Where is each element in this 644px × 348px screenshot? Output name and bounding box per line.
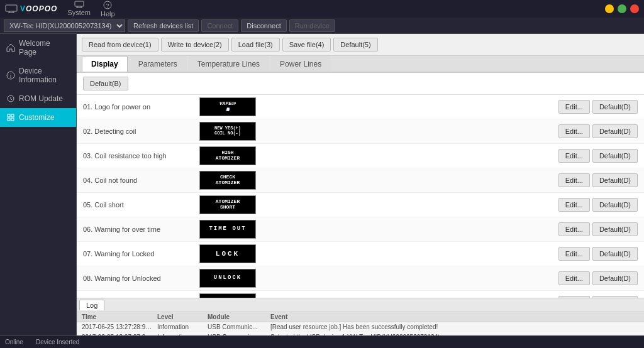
- default-d-button[interactable]: Default(D): [592, 198, 638, 212]
- load-file-button[interactable]: Load file(3): [231, 38, 280, 52]
- edit-button[interactable]: Edit...: [558, 271, 590, 285]
- main-layout: Welcome Page i Device Information ROM Up…: [0, 34, 644, 348]
- status-device: Device Inserted: [36, 339, 79, 345]
- titlebar: VOOPOO System ? Help: [0, 0, 644, 18]
- preview-image: TIME OUT: [199, 220, 256, 239]
- preview-image: HIGHATOMIZER: [199, 146, 256, 165]
- preview-image: OFF: [199, 293, 256, 298]
- titlebar-controls: [605, 4, 639, 13]
- close-button[interactable]: [630, 4, 639, 13]
- maximize-button[interactable]: [618, 4, 626, 13]
- read-from-device-button[interactable]: Read from device(1): [82, 38, 158, 52]
- content-area: Read from device(1) Write to device(2) L…: [77, 34, 644, 348]
- preview-image: NEW YES(+)COIL NO(-): [199, 122, 256, 141]
- default-button[interactable]: Default(5): [333, 38, 377, 52]
- info-icon: i: [6, 71, 15, 80]
- sidebar-item-rom-update[interactable]: ROM Update: [0, 89, 76, 108]
- minimize-button[interactable]: [605, 4, 614, 13]
- refresh-button[interactable]: Refresh devices list: [128, 19, 199, 32]
- edit-button[interactable]: Edit...: [558, 198, 590, 212]
- preview-image: VAPEUP📄: [199, 97, 256, 116]
- row-buttons: Edit... Default(D): [558, 296, 638, 298]
- tab-content: Default(B) 01. Logo for power on VAPEUP📄…: [77, 73, 644, 348]
- row-buttons: Edit... Default(D): [558, 173, 638, 187]
- svg-rect-14: [11, 114, 14, 117]
- row-buttons: Edit... Default(D): [558, 222, 638, 236]
- statusbar: Online Device Inserted: [0, 335, 644, 348]
- log-col-time: Time: [79, 313, 155, 321]
- preview-image: UNLOCK: [199, 269, 256, 288]
- svg-rect-15: [8, 118, 10, 121]
- display-table: 01. Logo for power on VAPEUP📄 Edit... De…: [77, 95, 644, 298]
- default-d-button[interactable]: Default(D): [592, 100, 638, 114]
- default-d-button[interactable]: Default(D): [592, 271, 638, 285]
- save-file-button[interactable]: Save file(4): [282, 38, 331, 52]
- toolbar: XW-Tec HID(XU2000052073134) Refresh devi…: [0, 18, 644, 34]
- default-d-button[interactable]: Default(D): [592, 247, 638, 261]
- sidebar-item-welcome[interactable]: Welcome Page: [0, 34, 76, 62]
- update-icon: [6, 94, 15, 103]
- edit-button[interactable]: Edit...: [558, 222, 590, 236]
- default-b-button[interactable]: Default(B): [83, 77, 128, 90]
- device-select[interactable]: XW-Tec HID(XU2000052073134): [4, 19, 125, 32]
- action-bar: Read from device(1) Write to device(2) L…: [77, 34, 644, 56]
- run-device-button[interactable]: Run device: [289, 19, 335, 32]
- default-d-button[interactable]: Default(D): [592, 173, 638, 187]
- sidebar: Welcome Page i Device Information ROM Up…: [0, 34, 77, 348]
- customize-icon: [6, 113, 15, 122]
- row-buttons: Edit... Default(D): [558, 149, 638, 163]
- edit-button[interactable]: Edit...: [558, 247, 590, 261]
- svg-text:i: i: [10, 73, 11, 79]
- table-row: 03. Coil resistance too high HIGHATOMIZE…: [77, 144, 644, 168]
- tab-temperature-lines[interactable]: Temperature Lines: [188, 56, 269, 72]
- tab-display[interactable]: Display: [82, 56, 128, 72]
- log-tab[interactable]: Log: [79, 300, 104, 310]
- monitor-icon: [74, 1, 84, 8]
- sidebar-item-customize[interactable]: Customize: [0, 108, 76, 127]
- connect-button[interactable]: Connect: [201, 19, 238, 32]
- svg-rect-0: [6, 5, 17, 11]
- svg-rect-16: [11, 118, 14, 121]
- menu-system[interactable]: System: [67, 1, 91, 18]
- default-d-button[interactable]: Default(D): [592, 296, 638, 298]
- edit-button[interactable]: Edit...: [558, 173, 590, 187]
- disconnect-button[interactable]: Disconnect: [241, 19, 286, 32]
- table-row: 08. Warning for Unlocked UNLOCK Edit... …: [77, 266, 644, 291]
- table-row: 01. Logo for power on VAPEUP📄 Edit... De…: [77, 95, 644, 119]
- tab-power-lines[interactable]: Power Lines: [270, 56, 331, 72]
- preview-image: ATOMIZERSHORT: [199, 195, 256, 214]
- svg-text:?: ?: [106, 3, 109, 9]
- svg-rect-13: [8, 114, 10, 117]
- log-row: 2017-06-25 13:27:28:903 Information USB …: [77, 322, 644, 332]
- table-row: 04. Coil not found CHECKATOMIZER Edit...…: [77, 168, 644, 193]
- edit-button[interactable]: Edit...: [558, 149, 590, 163]
- preview-image: CHECKATOMIZER: [199, 171, 256, 190]
- default-d-button[interactable]: Default(D): [592, 222, 638, 236]
- default-d-button[interactable]: Default(D): [592, 124, 638, 138]
- table-row: 09. Logo for power off OFF Edit... Defau…: [77, 291, 644, 298]
- display-tab: Default(B) 01. Logo for power on VAPEUP📄…: [77, 73, 644, 298]
- table-row: 07. Warning for Locked LOCK Edit... Defa…: [77, 242, 644, 266]
- help-icon: ?: [103, 1, 112, 9]
- menu-help[interactable]: ? Help: [101, 1, 115, 18]
- default-d-button[interactable]: Default(D): [592, 149, 638, 163]
- titlebar-left: VOOPOO System ? Help: [5, 1, 115, 18]
- table-row: 02. Detecting coil NEW YES(+)COIL NO(-) …: [77, 119, 644, 144]
- edit-button[interactable]: Edit...: [558, 124, 590, 138]
- preview-image: LOCK: [199, 244, 256, 263]
- edit-button[interactable]: Edit...: [558, 296, 590, 298]
- app-logo: VOOPOO: [5, 4, 57, 13]
- row-buttons: Edit... Default(D): [558, 198, 638, 212]
- log-col-level: Level: [155, 313, 205, 321]
- sidebar-item-device-info[interactable]: i Device Information: [0, 62, 76, 89]
- log-col-event: Event: [268, 313, 641, 321]
- log-header: Time Level Module Event: [77, 312, 644, 322]
- edit-button[interactable]: Edit...: [558, 100, 590, 114]
- tab-parameters[interactable]: Parameters: [129, 56, 187, 72]
- home-icon: [6, 43, 15, 52]
- write-to-device-button[interactable]: Write to device(2): [161, 38, 229, 52]
- table-row: 05. Coil short ATOMIZERSHORT Edit... Def…: [77, 193, 644, 217]
- log-col-module: Module: [205, 313, 268, 321]
- default-row: Default(B): [77, 73, 644, 95]
- svg-rect-4: [75, 1, 84, 6]
